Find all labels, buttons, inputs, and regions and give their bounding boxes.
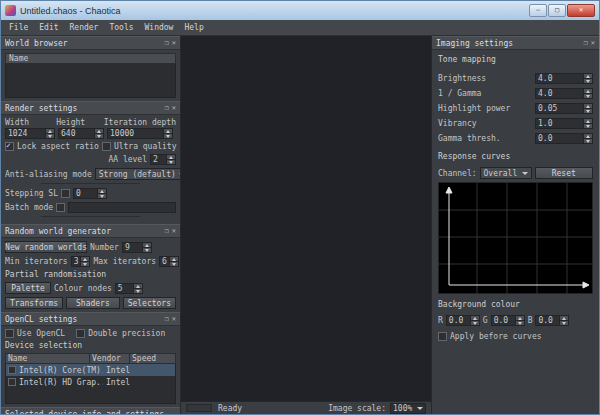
world-browser-header[interactable]: World browser ❐ ✕ <box>1 36 180 50</box>
vibrancy-value: 1.0 <box>536 119 583 128</box>
spin-down-icon[interactable] <box>471 320 479 325</box>
iteration-depth-spinner[interactable]: 10000 <box>107 128 173 139</box>
use-opencl-checkbox[interactable] <box>5 329 14 338</box>
highlight-power-spinner[interactable]: 0.05 <box>535 103 593 114</box>
close-button[interactable]: ✕ <box>567 4 595 17</box>
float-icon[interactable]: ❐ <box>165 105 169 112</box>
column-vendor[interactable]: Vendor <box>90 354 130 363</box>
double-precision-label: Double precision <box>88 329 165 338</box>
apply-before-curves-checkbox[interactable] <box>438 332 447 341</box>
spin-down-icon[interactable] <box>46 133 54 138</box>
spin-down-icon[interactable] <box>516 320 524 325</box>
maximize-button[interactable]: ▢ <box>548 4 566 17</box>
channel-dropdown[interactable]: Overall <box>480 167 532 179</box>
spin-down-icon[interactable] <box>167 159 175 164</box>
column-speed[interactable]: Speed <box>130 354 175 363</box>
world-browser-name-column[interactable]: Name <box>5 53 176 64</box>
menu-window[interactable]: Window <box>140 22 179 33</box>
spin-down-icon[interactable] <box>134 288 142 293</box>
stepping-sl-checkbox[interactable] <box>61 189 70 198</box>
red-value: 0.0 <box>447 316 470 325</box>
spin-down-icon[interactable] <box>584 78 592 83</box>
device-info-header[interactable]: Selected device info and settings <box>1 407 180 414</box>
max-iterators-spinner[interactable]: 6 <box>159 256 179 267</box>
red-spinner[interactable]: 0.0 <box>446 315 480 326</box>
opencl-settings-header[interactable]: OpenCL settings ❐ ✕ <box>1 312 180 326</box>
spin-down-icon[interactable] <box>164 133 172 138</box>
float-icon[interactable]: ❐ <box>165 228 169 235</box>
close-icon[interactable]: ✕ <box>172 40 176 47</box>
spin-down-icon[interactable] <box>170 261 178 266</box>
new-random-worlds-button[interactable]: New random worlds <box>5 241 87 253</box>
menu-help[interactable]: Help <box>179 22 208 33</box>
blue-spinner[interactable]: 0.0 <box>535 315 569 326</box>
double-precision-checkbox[interactable] <box>76 329 85 338</box>
ultra-quality-checkbox[interactable] <box>102 142 111 151</box>
gamma-thresh-spinner[interactable]: 0.0 <box>535 133 593 144</box>
stepping-sl-spinner[interactable]: 0 <box>73 188 107 199</box>
float-icon[interactable]: ❐ <box>165 40 169 47</box>
spin-down-icon[interactable] <box>584 93 592 98</box>
close-icon[interactable]: ✕ <box>591 40 595 47</box>
colour-nodes-label: Colour nodes <box>54 284 112 293</box>
spin-down-icon[interactable] <box>143 247 151 252</box>
reset-button[interactable]: Reset <box>535 167 593 179</box>
brightness-spinner[interactable]: 4.0 <box>535 73 593 84</box>
batch-mode-field[interactable] <box>68 202 176 213</box>
stepping-sl-value: 0 <box>74 189 97 198</box>
image-scale-dropdown[interactable]: 100% <box>390 403 426 414</box>
close-icon[interactable]: ✕ <box>172 105 176 112</box>
float-icon[interactable]: ❐ <box>165 316 169 323</box>
min-iterators-spinner[interactable]: 3 <box>71 256 91 267</box>
colour-nodes-spinner[interactable]: 5 <box>115 283 143 294</box>
menu-edit[interactable]: Edit <box>34 22 63 33</box>
spin-down-icon[interactable] <box>98 193 106 198</box>
imaging-settings-header[interactable]: Imaging settings ❐ ✕ <box>432 36 599 50</box>
table-row[interactable]: Intel(R) Core(TM)... Intel <box>6 364 175 376</box>
column-name[interactable]: Name <box>6 354 90 363</box>
width-spinner[interactable]: 1024 <box>5 128 55 139</box>
palette-button[interactable]: Palette <box>5 282 51 294</box>
float-icon[interactable]: ❐ <box>584 40 588 47</box>
minimize-button[interactable]: — <box>529 4 547 17</box>
transforms-button[interactable]: Transforms <box>5 297 63 309</box>
titlebar[interactable]: Untitled.chaos - Chaotica — ▢ ✕ <box>1 1 599 20</box>
world-canvas[interactable] <box>181 36 431 401</box>
menu-render[interactable]: Render <box>65 22 104 33</box>
menu-file[interactable]: File <box>4 22 33 33</box>
batch-mode-checkbox[interactable] <box>56 203 65 212</box>
height-value: 640 <box>59 129 94 138</box>
spin-down-icon[interactable] <box>584 108 592 113</box>
selectors-button[interactable]: Selectors <box>123 297 176 309</box>
close-icon[interactable]: ✕ <box>172 316 176 323</box>
height-spinner[interactable]: 640 <box>58 128 104 139</box>
device-checkbox[interactable] <box>8 366 16 374</box>
aa-mode-dropdown[interactable]: Strong (default) <box>95 168 181 180</box>
gamma-spinner[interactable]: 4.0 <box>535 88 593 99</box>
vibrancy-spinner[interactable]: 1.0 <box>535 118 593 129</box>
number-spinner[interactable]: 9 <box>122 242 152 253</box>
chevron-down-icon <box>522 172 528 175</box>
spin-down-icon[interactable] <box>560 320 568 325</box>
menu-tools[interactable]: Tools <box>104 22 138 33</box>
shaders-button[interactable]: Shaders <box>66 297 119 309</box>
spin-down-icon[interactable] <box>95 133 103 138</box>
aa-level-spinner[interactable]: 2 <box>150 154 176 165</box>
random-world-header[interactable]: Random world generator ❐ ✕ <box>1 224 180 238</box>
maximize-icon: ▢ <box>555 7 559 14</box>
window-title: Untitled.chaos - Chaotica <box>20 6 529 16</box>
table-row[interactable]: Intel(R) HD Grap... Intel <box>6 376 175 388</box>
device-checkbox[interactable] <box>8 378 16 386</box>
close-icon[interactable]: ✕ <box>172 228 176 235</box>
curve-editor[interactable] <box>438 182 593 294</box>
spin-down-icon[interactable] <box>584 138 592 143</box>
lock-aspect-checkbox[interactable] <box>5 142 14 151</box>
green-spinner[interactable]: 0.0 <box>491 315 525 326</box>
world-browser-list[interactable] <box>5 64 176 98</box>
spin-down-icon[interactable] <box>81 261 89 266</box>
spin-down-icon[interactable] <box>584 123 592 128</box>
name-column-label: Name <box>9 54 28 63</box>
render-settings-header[interactable]: Render settings ❐ ✕ <box>1 101 180 115</box>
use-opencl-label: Use OpenCL <box>17 329 65 338</box>
image-scale-value: 100% <box>393 404 412 413</box>
